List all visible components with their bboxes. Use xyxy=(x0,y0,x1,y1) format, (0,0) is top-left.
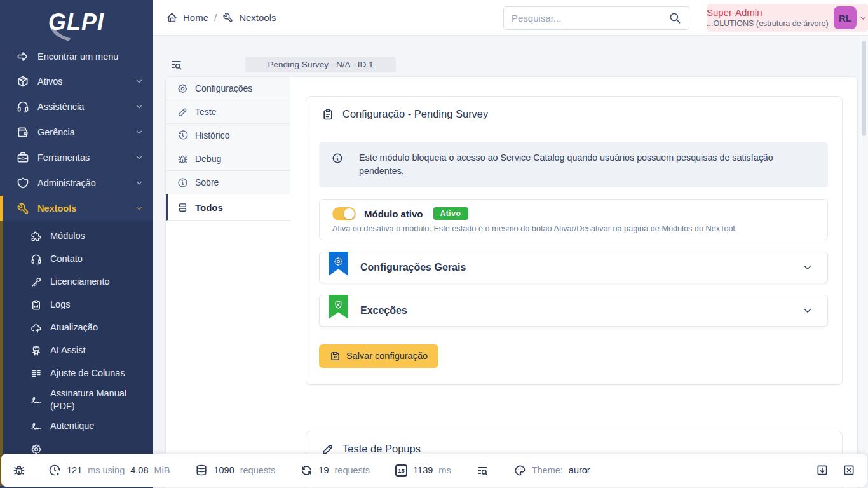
search-input[interactable] xyxy=(512,13,669,24)
ajax-requests-segment[interactable]: 19 requests xyxy=(301,464,370,477)
palette-icon xyxy=(514,464,526,477)
accordion-excecoes[interactable]: Exceções xyxy=(319,295,828,327)
sidebar-subitem-atualizacao[interactable]: Atualização xyxy=(3,316,153,339)
config-card-header: Configuração - Pending Survey xyxy=(306,97,842,132)
clock-icon xyxy=(48,464,61,477)
tab-label: Configurações xyxy=(195,83,252,93)
load-time-segment[interactable]: 15 1139 ms xyxy=(395,464,451,477)
sidebar-subitem-autentique[interactable]: Autentique xyxy=(3,415,153,438)
list-search-icon[interactable] xyxy=(170,58,182,71)
package-icon xyxy=(17,75,29,88)
cloud-up-icon xyxy=(31,322,42,334)
sidebar-subitem-ajuste-colunas[interactable]: Ajuste de Colunas xyxy=(3,362,153,385)
tab-historico[interactable]: Histórico xyxy=(166,124,290,147)
close-icon[interactable] xyxy=(843,464,855,477)
info-alert: Este módulo bloqueia o acesso ao Service… xyxy=(319,142,828,187)
sidebar-subitem-ai-assist[interactable]: AI Assist xyxy=(3,339,153,362)
download-icon[interactable] xyxy=(816,464,829,477)
clipboard-chart-icon xyxy=(31,299,42,311)
tab-configuracoes[interactable]: Configurações xyxy=(166,77,290,100)
vertical-tabs: Configurações Teste Histórico Debug Sobr… xyxy=(166,77,290,221)
topbar: Home / Nextools Super-Admin ...OLUTIONS … xyxy=(153,0,868,36)
load-value: 1139 xyxy=(413,465,433,475)
sidebar-subitem-logs[interactable]: Logs xyxy=(3,294,153,316)
module-active-description: Ativa ou desativa o módulo. Este estado … xyxy=(332,224,815,233)
home-icon xyxy=(166,12,177,23)
sql-requests-segment[interactable]: 1090 requests xyxy=(195,464,275,477)
sidebar-subitem-assinatura-manual[interactable]: Assinatura Manual (PDF) xyxy=(3,385,153,415)
config-card-title: Configuração - Pending Survey xyxy=(342,108,488,120)
sidebar-item-nextools[interactable]: Nextools xyxy=(0,196,153,221)
gear-icon xyxy=(177,83,188,94)
sidebar-item-gerencia[interactable]: Gerência xyxy=(0,119,153,145)
object-tab[interactable]: Pending Survey - N/A - ID 1 xyxy=(245,57,396,72)
sidebar-subitem-label: Licenciamento xyxy=(50,276,110,288)
global-search xyxy=(503,6,689,30)
user-info: Super-Admin ...OLUTIONS (estrutura de ár… xyxy=(707,7,827,29)
sidebar-item-assistencia[interactable]: Assistência xyxy=(0,94,153,119)
stack-icon xyxy=(177,202,188,213)
ajax-count: 19 xyxy=(318,465,329,475)
tab-debug[interactable]: Debug xyxy=(166,147,290,171)
avatar[interactable]: RL xyxy=(834,6,857,29)
info-icon xyxy=(177,177,188,188)
theme-label: Theme: xyxy=(532,465,563,475)
config-card: Configuração - Pending Survey Este módul… xyxy=(306,96,843,385)
sidebar-subitem-licenciamento[interactable]: Licenciamento xyxy=(3,271,153,294)
exec-time-segment[interactable]: 121 ms using 4.08 MiB xyxy=(48,464,170,477)
sidebar-subitem-modulos[interactable]: Módulos xyxy=(3,225,153,248)
breadcrumb-home[interactable]: Home xyxy=(183,12,208,23)
bug-icon[interactable] xyxy=(13,464,25,477)
scrollbar-thumb[interactable] xyxy=(862,41,866,136)
theme-segment[interactable]: Theme: auror xyxy=(514,464,590,477)
sidebar-subitem-label: Ajuste de Colunas xyxy=(50,367,125,380)
tab-teste[interactable]: Teste xyxy=(166,100,290,124)
bookmark-gear-icon xyxy=(329,252,348,276)
sidebar-item-find-menu[interactable]: Encontrar um menu xyxy=(0,44,153,69)
glpi-logo[interactable]: GLPI xyxy=(0,0,153,44)
breadcrumb-current[interactable]: Nextools xyxy=(239,12,276,23)
search-icon[interactable] xyxy=(669,12,681,24)
chevron-down-icon xyxy=(802,262,813,273)
module-active-toggle[interactable] xyxy=(332,207,356,220)
accordion-configuracoes-gerais[interactable]: Configurações Gerais xyxy=(319,252,828,283)
tab-sobre[interactable]: Sobre xyxy=(166,171,290,194)
sql-unit: requests xyxy=(240,465,276,475)
sidebar-item-ferramentas[interactable]: Ferramentas xyxy=(0,145,153,170)
briefcase-icon xyxy=(17,151,29,164)
exec-time-unit: ms using xyxy=(88,465,125,475)
tab-todos[interactable]: Todos xyxy=(166,194,290,221)
sidebar-item-ativos[interactable]: Ativos xyxy=(0,69,153,94)
refresh-icon xyxy=(301,464,313,477)
info-alert-text: Este módulo bloqueia o acesso ao Service… xyxy=(359,151,815,179)
breadcrumb-separator: / xyxy=(214,12,217,23)
debug-toolbar: 121 ms using 4.08 MiB 1090 requests 19 r… xyxy=(1,454,867,487)
toggle-knob xyxy=(344,208,355,219)
logo-text: GLPI xyxy=(48,9,104,36)
chevron-down-icon xyxy=(135,179,144,187)
floppy-icon xyxy=(330,351,341,362)
user-profile: Super-Admin xyxy=(707,7,827,19)
sidebar-item-label: Ativos xyxy=(37,76,63,86)
tab-label: Todos xyxy=(195,202,223,213)
wallet-icon xyxy=(17,126,29,139)
sidebar-subitem-label: AI Assist xyxy=(50,344,86,357)
save-button[interactable]: Salvar configuração xyxy=(319,344,438,368)
shield-icon xyxy=(17,177,29,189)
content-toolbar: Pending Survey - N/A - ID 1 xyxy=(153,36,868,76)
ajax-unit: requests xyxy=(334,465,370,475)
sidebar-item-administracao[interactable]: Administração xyxy=(0,170,153,196)
sidebar-subitem-contato[interactable]: Contato xyxy=(3,248,153,271)
chevron-down-icon xyxy=(135,128,144,137)
sql-count: 1090 xyxy=(214,465,234,475)
user-menu[interactable]: Super-Admin ...OLUTIONS (estrutura de ár… xyxy=(707,4,868,32)
section-title: Exceções xyxy=(360,305,407,316)
chevron-down-icon xyxy=(802,305,813,316)
headset-icon xyxy=(31,254,42,265)
chevron-down-icon xyxy=(859,14,867,22)
page-scrollbar[interactable] xyxy=(860,36,868,488)
exec-time-value: 121 xyxy=(67,465,82,475)
search-log-segment[interactable] xyxy=(477,464,489,477)
bookmark-shield-icon xyxy=(329,295,348,319)
sidebar-subitem-label: Contato xyxy=(50,253,83,266)
